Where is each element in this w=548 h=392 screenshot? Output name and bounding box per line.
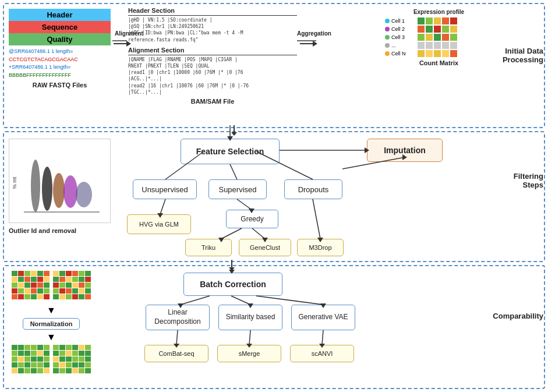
svg-rect-57 — [44, 282, 50, 288]
svg-rect-8 — [450, 17, 457, 24]
hvg-label: HVG via GLM — [139, 221, 179, 228]
svg-rect-124 — [12, 368, 17, 373]
svg-rect-66 — [24, 294, 30, 299]
count-matrix-box: Expression profile Cell 1 Cell 2 — [385, 9, 493, 66]
svg-rect-123 — [44, 362, 50, 368]
svg-rect-85 — [72, 282, 78, 288]
svg-marker-30 — [231, 132, 237, 136]
cell-n-dot — [385, 51, 390, 56]
cell-3-row: Cell 3 — [385, 34, 493, 41]
svg-rect-155 — [59, 368, 65, 373]
svg-rect-19 — [418, 42, 425, 49]
svg-rect-95 — [59, 294, 65, 299]
svg-rect-71 — [59, 271, 65, 276]
svg-rect-143 — [59, 356, 65, 362]
svg-rect-81 — [85, 277, 91, 282]
cell-n-row: Cell N — [385, 50, 493, 57]
bamsam-box: Header Section |@HD | VN:1.5 |SO:coordin… — [128, 7, 297, 105]
cell-1-dot — [385, 19, 390, 23]
svg-rect-147 — [85, 356, 91, 362]
cell-2-row: Cell 2 — [385, 26, 493, 33]
linear-decomp-label: LinearDecomposition — [154, 308, 200, 326]
down-arrow-2-3 — [226, 260, 238, 271]
svg-rect-27 — [442, 50, 449, 57]
violin-plot: % mt — [9, 139, 111, 223]
svg-rect-102 — [24, 345, 30, 350]
cell-dots-expr — [418, 42, 458, 49]
fastq-read1-plus: +SRR6407486.1 1 length= — [9, 64, 71, 70]
expression-profile-title: Expression profile — [385, 9, 493, 15]
svg-rect-88 — [53, 288, 59, 294]
svg-rect-141 — [85, 351, 91, 356]
triku-label: Triku — [201, 244, 215, 251]
svg-rect-80 — [79, 277, 84, 282]
norm-down-arrow: ▼ — [47, 305, 56, 316]
bamsam-header-title: Header Section — [128, 7, 297, 14]
fastq-reads: @SRR6407486.1 1 length= CCTCGTCTACAGCGAC… — [9, 48, 111, 79]
svg-rect-106 — [12, 351, 17, 356]
batch-correction-box: Batch Correction — [183, 273, 282, 296]
fastq-box: Header Sequence Quality @SRR6407486.1 1 … — [9, 9, 111, 89]
svg-rect-58 — [12, 288, 17, 294]
normalization-section: ▼ Normalization ▼ — [12, 271, 91, 377]
svg-rect-151 — [72, 362, 78, 368]
svg-rect-20 — [426, 42, 433, 49]
svg-rect-50 — [37, 277, 43, 282]
svg-rect-67 — [31, 294, 37, 299]
svg-rect-72 — [66, 271, 72, 276]
svg-rect-79 — [72, 277, 78, 282]
svg-rect-56 — [37, 282, 43, 288]
svg-rect-145 — [72, 356, 78, 362]
svg-rect-7 — [442, 17, 449, 24]
svg-rect-25 — [426, 50, 433, 57]
dropouts-box: Dropouts — [284, 179, 342, 199]
svg-rect-137 — [59, 351, 65, 356]
cell-3-expr — [418, 34, 458, 41]
svg-rect-55 — [31, 282, 37, 288]
svg-rect-103 — [31, 345, 37, 350]
svg-rect-6 — [434, 17, 441, 24]
cell-3-dot — [385, 35, 390, 40]
svg-rect-119 — [18, 362, 24, 368]
main-container: Initial DataProcessing FilteringSteps Co… — [0, 0, 548, 392]
smerge-box: sMerge — [217, 345, 281, 362]
combat-seq-label: ComBat-seq — [158, 350, 194, 357]
svg-rect-142 — [53, 356, 59, 362]
m3drop-label: M3Drop — [309, 244, 331, 251]
svg-rect-130 — [53, 345, 59, 350]
normalization-label: Normalization — [23, 318, 80, 330]
svg-rect-65 — [18, 294, 24, 299]
svg-rect-47 — [18, 277, 24, 282]
svg-rect-125 — [18, 368, 24, 373]
svg-rect-128 — [37, 368, 43, 373]
svg-rect-42 — [24, 271, 30, 276]
cell-2-label: Cell 2 — [391, 26, 416, 32]
heatmap-after-1 — [12, 345, 50, 377]
label-filtering: FilteringSteps — [514, 172, 543, 189]
svg-rect-12 — [442, 26, 449, 33]
svg-rect-69 — [44, 294, 50, 299]
supervised-label: Supervised — [218, 185, 256, 194]
svg-text:% mt: % mt — [12, 176, 17, 189]
linear-decomp-box: LinearDecomposition — [146, 305, 210, 330]
svg-rect-68 — [37, 294, 43, 299]
svg-rect-26 — [434, 50, 441, 57]
svg-rect-101 — [18, 345, 24, 350]
svg-rect-152 — [79, 362, 84, 368]
label-comparability: Comparability — [493, 312, 543, 320]
svg-rect-22 — [442, 42, 449, 49]
svg-rect-149 — [59, 362, 65, 368]
svg-point-35 — [63, 175, 77, 208]
svg-rect-127 — [31, 368, 37, 373]
svg-rect-82 — [53, 282, 59, 288]
top-heatmaps — [12, 271, 91, 303]
generative-vae-label: Generative VAE — [298, 313, 348, 322]
svg-marker-3 — [313, 41, 317, 47]
cell-3-label: Cell 3 — [391, 34, 416, 40]
bottom-heatmaps — [12, 345, 91, 377]
svg-point-33 — [42, 167, 52, 211]
cell-dots-label: ... — [391, 43, 416, 48]
svg-rect-52 — [12, 282, 17, 288]
generative-vae-box: Generative VAE — [291, 305, 355, 330]
svg-rect-100 — [12, 345, 17, 350]
